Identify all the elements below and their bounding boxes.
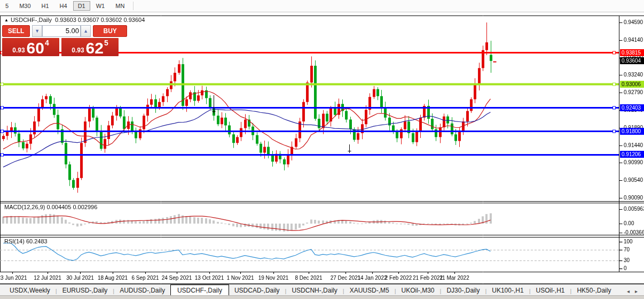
date-axis-label: 12 Jul 2021 xyxy=(34,275,61,281)
chart-title: ▲USDCHF-,Daily 0.93603 0.93607 0.93602 0… xyxy=(4,17,145,23)
chevron-up-icon: ▲ xyxy=(83,28,88,34)
buy-button[interactable]: BUY xyxy=(93,25,127,37)
symbol-tab-ukoil-m30[interactable]: UKOil-,M30 xyxy=(396,285,440,296)
date-axis-label: 8 Dec 2021 xyxy=(295,275,322,281)
volume-input[interactable]: 5.00 xyxy=(42,25,80,37)
symbol-tab-usoil-h1[interactable]: USOil-,H1 xyxy=(531,285,570,296)
symbol-tab-usdcnh-daily[interactable]: USDCNH-,Daily xyxy=(286,285,342,296)
price-axis-tick-label: 0.90990 xyxy=(624,159,643,165)
date-axis-label: 11 Mar 2022 xyxy=(439,275,469,281)
symbol-tab-xauusd-m5[interactable]: XAUUSD-,M5 xyxy=(344,285,395,296)
price-line-badge[interactable]: 0.93006 xyxy=(620,81,644,88)
date-axis-label: 13 Oct 2021 xyxy=(195,275,224,281)
symbol-tab-audusd-daily[interactable]: AUDUSD-,Daily xyxy=(114,285,170,296)
buy-price-sup: 5 xyxy=(104,39,108,47)
timeframe-button-d1[interactable]: D1 xyxy=(73,1,90,11)
timeframe-button-h4[interactable]: H4 xyxy=(55,1,72,11)
date-axis-label: 6 Sep 2021 xyxy=(131,275,159,281)
date-axis-label: 1 Nov 2021 xyxy=(226,275,254,281)
rsi-axis-tick-label: 100 xyxy=(624,239,633,244)
date-axis-label: 21 Feb 2022 xyxy=(413,275,443,281)
sell-price-sup: 4 xyxy=(45,39,49,47)
date-axis-label: 24 Sep 2021 xyxy=(162,275,192,281)
tab-scroll-left-icon[interactable]: ◂ xyxy=(627,288,630,294)
price-line-badge[interactable]: 0.91206 xyxy=(620,151,644,158)
rsi-axis-tick-label: 0 xyxy=(624,265,627,271)
volume-decrease-button[interactable]: ▼ xyxy=(32,25,42,37)
symbol-tab-eurusd-daily[interactable]: EURUSD-,Daily xyxy=(57,285,113,296)
symbol-tab-uk100-h1[interactable]: UK100-,H1 xyxy=(486,285,529,296)
tab-scroll-controls: ◂ ▸ xyxy=(627,288,644,296)
tab-scroll-right-icon[interactable]: ▸ xyxy=(635,288,638,294)
trading-terminal: 5M30H1H4D1W1MN ▲USDCHF-,Daily 0.93603 0.… xyxy=(0,0,644,299)
rsi-indicator-label: RSI(14) 60.2483 xyxy=(4,238,48,244)
symbol-tab-usdcad-daily[interactable]: USDCAD-,Daily xyxy=(229,285,285,296)
date-axis-label: 14 Jan 2022 xyxy=(357,275,387,281)
timeframe-button-5[interactable]: 5 xyxy=(1,1,13,11)
macd-axis-tick-label: 0.005963 xyxy=(624,206,644,212)
price-line-badge[interactable]: 0.92403 xyxy=(620,104,644,111)
timeframe-button-mn[interactable]: MN xyxy=(111,1,129,11)
one-click-trade-panel: SELL ▼ 5.00 ▲ BUY 0.93 60 4 0.93 62 5 xyxy=(2,25,127,56)
rsi-axis-tick-label: 70 xyxy=(624,247,630,252)
price-line-badge[interactable]: 0.93815 xyxy=(620,49,644,56)
price-axis-tick-label: 0.91440 xyxy=(624,142,643,148)
sell-quote[interactable]: 0.93 60 4 xyxy=(2,38,59,56)
status-bar xyxy=(0,295,644,299)
price-axis-tick-label: 0.94140 xyxy=(624,37,643,43)
date-axis-label: 30 Jul 2021 xyxy=(66,275,94,281)
macd-indicator-label: MACD(12,26,9) 0.004405 0.002996 xyxy=(4,204,97,210)
sell-button[interactable]: SELL xyxy=(2,25,30,37)
timeframe-button-h1[interactable]: H1 xyxy=(37,1,54,11)
macd-axis-tick-label: -0.003664 xyxy=(624,229,644,235)
symbol-tabs: USDX,Weekly|EURUSD-,Daily|AUDUSD-,DailyU… xyxy=(4,285,616,296)
buy-price-prefix: 0.93 xyxy=(72,47,84,54)
sell-price-big: 60 xyxy=(27,40,44,56)
volume-increase-button[interactable]: ▲ xyxy=(81,25,91,37)
buy-price-big: 62 xyxy=(86,40,104,56)
chart-symbol-period: USDCHF-,Daily xyxy=(11,17,52,23)
date-axis-label: 2 Feb 2022 xyxy=(385,275,412,281)
symbol-tab-dj30-daily[interactable]: DJ30-,Daily xyxy=(441,285,485,296)
toolbar-separator xyxy=(133,2,133,10)
price-axis-tick-label: 0.92790 xyxy=(624,89,643,95)
symbol-tab-usdx-weekly[interactable]: USDX,Weekly xyxy=(4,285,56,296)
sell-price-prefix: 0.93 xyxy=(12,47,25,54)
date-axis-label: 27 Dec 2021 xyxy=(331,275,361,281)
symbol-tab-hk50-daily[interactable]: HK50-,Daily xyxy=(571,285,616,296)
buy-quote[interactable]: 0.93 62 5 xyxy=(61,38,119,56)
current-price-badge: 0.93604 xyxy=(620,57,644,64)
rsi-axis-tick-label: 30 xyxy=(624,257,630,263)
price-axis-tick-label: 0.93240 xyxy=(624,72,643,78)
price-axis-tick-label: 0.90090 xyxy=(624,195,643,201)
chevron-down-icon: ▼ xyxy=(35,28,40,34)
date-axis-label: 18 Aug 2021 xyxy=(98,275,128,281)
price-axis-tick-label: 0.94590 xyxy=(624,19,643,25)
macd-axis-tick-label: 0.00 xyxy=(624,220,634,226)
date-axis-label: 23 Jun 2021 xyxy=(0,275,27,281)
price-line-badge[interactable]: 0.91800 xyxy=(620,128,644,135)
timeframe-button-m30[interactable]: M30 xyxy=(14,1,35,11)
symbol-tab-bar: USDX,Weekly|EURUSD-,Daily|AUDUSD-,DailyU… xyxy=(0,284,644,296)
collapse-triangle-icon[interactable]: ▲ xyxy=(4,18,9,22)
date-axis-label: 19 Nov 2021 xyxy=(258,275,289,281)
chart-ohlc-values: 0.93603 0.93607 0.93602 0.93604 xyxy=(55,17,145,23)
timeframe-button-w1[interactable]: W1 xyxy=(91,1,110,11)
price-axis-tick-label: 0.90540 xyxy=(624,177,643,183)
symbol-tab-usdchf-daily[interactable]: USDCHF-,Daily xyxy=(170,285,229,296)
timeframe-toolbar: 5M30H1H4D1W1MN xyxy=(0,0,644,12)
